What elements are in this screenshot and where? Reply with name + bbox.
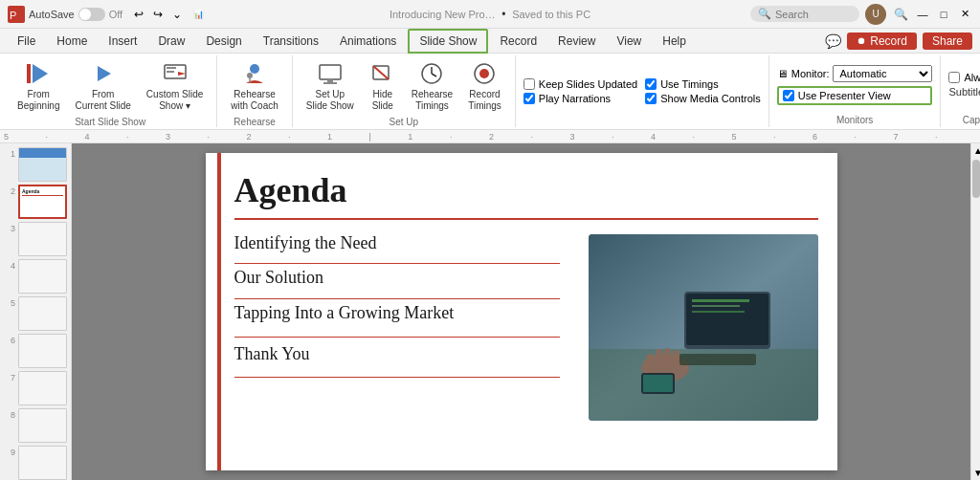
agenda-item-4: Thank You (234, 344, 560, 364)
play-narrations-option[interactable]: Play Narrations (523, 93, 637, 104)
rehearse-coach-button[interactable]: Rehearsewith Coach (225, 57, 283, 115)
tab-transitions[interactable]: Transitions (254, 29, 328, 54)
undo-redo-group: ↩ ↪ ⌄ (130, 6, 186, 23)
subtitle-settings-button[interactable]: Subtitle Settings ▾ (948, 86, 980, 98)
user-avatar[interactable]: U (865, 4, 886, 25)
monitor-select[interactable]: Automatic Primary Monitor (833, 65, 932, 82)
svg-rect-26 (692, 311, 745, 313)
setup-show-button[interactable]: Set UpSlide Show (301, 57, 360, 115)
tab-design[interactable]: Design (196, 29, 251, 54)
minimize-button[interactable]: — (915, 7, 930, 22)
monitor-group: 🖥 Monitor: Automatic Primary Monitor Use… (777, 57, 933, 113)
tab-draw[interactable]: Draw (148, 29, 194, 54)
svg-rect-28 (646, 354, 654, 373)
autosave-toggle[interactable] (78, 8, 105, 21)
tab-help[interactable]: Help (653, 29, 696, 54)
svg-rect-34 (679, 354, 756, 365)
close-button[interactable]: ✕ (957, 7, 972, 22)
title-bar-left: P AutoSave Off ↩ ↪ ⌄ 📊 (8, 6, 246, 23)
slide-thumb-1[interactable]: 1 (4, 147, 67, 182)
svg-point-19 (479, 69, 489, 78)
autosave-state: Off (109, 9, 122, 20)
slide-thumb-7[interactable]: 7 (4, 371, 67, 405)
checkbox-group: Keep Slides Updated Play Narrations (523, 57, 637, 125)
svg-rect-6 (167, 71, 174, 73)
slide-thumb-3[interactable]: 3 (4, 222, 67, 256)
slide-thumb-6[interactable]: 6 (4, 334, 67, 368)
slide-thumb-2[interactable]: 2 Agenda (4, 185, 67, 219)
tab-view[interactable]: View (607, 29, 651, 54)
scroll-down-button[interactable]: ▼ (971, 466, 980, 480)
search-icon-btn[interactable]: 🔍 (892, 6, 909, 23)
slideshow-section-label: Start Slide Show (75, 117, 145, 127)
agenda-line-3 (234, 337, 560, 338)
use-presenter-view-option[interactable]: Use Presenter View (777, 86, 933, 105)
from-current-icon (90, 60, 117, 87)
ribbon-right-buttons: 💬 ⏺ Record Share (825, 33, 972, 50)
search-box[interactable]: 🔍 (750, 6, 859, 22)
tab-home[interactable]: Home (47, 29, 97, 54)
ribbon-section-slideshow: FromBeginning FromCurrent Slide Custom S… (4, 55, 217, 127)
record-timings-button[interactable]: RecordTimings (462, 57, 507, 115)
slide-image (589, 234, 818, 421)
from-beginning-button[interactable]: FromBeginning (11, 57, 65, 115)
use-presenter-view-checkbox[interactable] (783, 90, 794, 101)
tab-slideshow[interactable]: Slide Show (408, 29, 488, 54)
record-button[interactable]: ⏺ Record (847, 33, 917, 50)
svg-line-14 (373, 66, 389, 79)
tab-record[interactable]: Record (490, 29, 546, 54)
svg-rect-30 (664, 348, 671, 370)
keep-slides-option[interactable]: Keep Slides Updated (523, 78, 637, 90)
slide-thumb-5[interactable]: 5 (4, 296, 67, 331)
always-subtitles-checkbox[interactable] (948, 72, 960, 83)
hide-slide-button[interactable]: HideSlide (364, 57, 402, 115)
show-media-controls-option[interactable]: Show Media Controls (645, 93, 761, 104)
slide-panel: 1 2 Agenda 3 4 5 6 (0, 143, 72, 480)
slide-thumb-4[interactable]: 4 (4, 259, 67, 294)
vertical-scrollbar[interactable]: ▲ ▼ (970, 143, 980, 480)
record-timings-icon (471, 60, 498, 87)
agenda-line-4 (234, 377, 560, 378)
title-center: Introducing New Pro… • Saved to this PC (252, 8, 728, 21)
redo-button[interactable]: ↪ (149, 6, 167, 23)
maximize-button[interactable]: □ (936, 7, 951, 22)
comment-icon[interactable]: 💬 (825, 33, 841, 49)
scroll-thumb[interactable] (972, 160, 980, 198)
timings-group: Use Timings Show Media Controls (645, 57, 761, 125)
rehearse-timings-button[interactable]: RehearseTimings (406, 57, 458, 115)
svg-point-8 (250, 64, 259, 74)
show-media-controls-checkbox[interactable] (645, 93, 657, 104)
share-button[interactable]: Share (923, 33, 972, 50)
tab-review[interactable]: Review (548, 29, 605, 54)
customize-button[interactable]: ⌄ (168, 6, 186, 23)
save-state: Saved to this PC (512, 9, 590, 20)
svg-rect-25 (692, 305, 740, 307)
powerpoint-icon: P (8, 6, 25, 23)
ribbon-section-timings: Use Timings Show Media Controls (645, 55, 769, 127)
slide-thumb-8[interactable]: 8 (4, 408, 67, 443)
undo-button[interactable]: ↩ (130, 6, 147, 23)
scroll-up-button[interactable]: ▲ (971, 143, 980, 158)
search-input[interactable] (775, 9, 852, 20)
svg-rect-12 (327, 79, 333, 82)
custom-show-button[interactable]: Custom SlideShow ▾ (141, 57, 209, 115)
record-dot-icon: ⏺ (857, 35, 866, 46)
slide-thumb-9[interactable]: 9 (4, 446, 67, 480)
use-timings-checkbox[interactable] (645, 78, 657, 90)
svg-rect-5 (167, 67, 176, 69)
svg-rect-11 (323, 82, 337, 84)
play-narrations-checkbox[interactable] (523, 93, 535, 104)
tab-insert[interactable]: Insert (99, 29, 146, 54)
ribbon-section-checkboxes: Keep Slides Updated Play Narrations (516, 55, 645, 127)
scroll-track[interactable] (971, 200, 980, 466)
keep-slides-checkbox[interactable] (523, 78, 535, 90)
from-current-button[interactable]: FromCurrent Slide (69, 57, 136, 115)
tab-animations[interactable]: Animations (330, 29, 406, 54)
captions-group: Always Use Subtitles Subtitle Settings ▾ (948, 57, 980, 113)
monitors-label: Monitors (836, 115, 873, 125)
slide-left-bar (217, 153, 221, 470)
always-subtitles-option[interactable]: Always Use Subtitles (948, 72, 980, 83)
slide-title-underline (234, 218, 818, 220)
use-timings-option[interactable]: Use Timings (645, 78, 761, 90)
tab-file[interactable]: File (8, 29, 45, 54)
